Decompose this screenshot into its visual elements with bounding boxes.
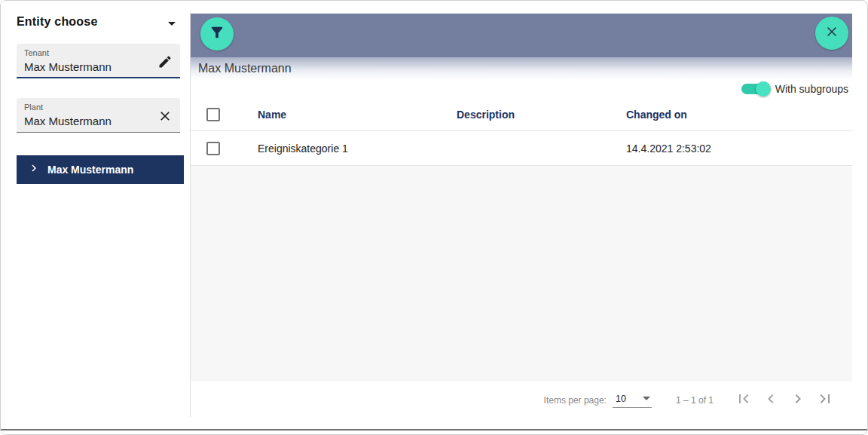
column-header-description[interactable]: Description xyxy=(457,109,626,121)
chevron-right-icon xyxy=(27,161,41,178)
column-header-changed-on[interactable]: Changed on xyxy=(626,109,852,121)
paginator: Items per page: 10 1 – 1 of 1 xyxy=(191,381,852,419)
window-bottom-edge xyxy=(1,429,867,430)
row-checkbox[interactable] xyxy=(206,142,220,155)
sidebar-title: Entity choose xyxy=(17,15,98,29)
table-empty-area xyxy=(191,166,852,381)
with-subgroups-label: With subgroups xyxy=(775,83,848,95)
table-row[interactable]: Ereigniskategorie 1 14.4.2021 2:53:02 xyxy=(191,131,852,166)
previous-page-icon xyxy=(762,390,780,411)
items-per-page-value: 10 xyxy=(616,394,626,404)
items-per-page-label: Items per page: xyxy=(544,395,607,406)
with-subgroups-toggle[interactable] xyxy=(741,84,769,94)
tree-item-label: Max Mustermann xyxy=(47,164,133,176)
next-page-icon xyxy=(789,390,807,411)
select-all-cell xyxy=(191,108,258,121)
page-range-label: 1 – 1 of 1 xyxy=(676,395,714,406)
appbar xyxy=(191,14,852,57)
first-page-button[interactable] xyxy=(730,387,757,414)
first-page-icon xyxy=(735,390,753,411)
title-strip: Max Mustermann xyxy=(191,57,852,80)
row-name-cell: Ereigniskategorie 1 xyxy=(258,142,457,155)
close-button[interactable] xyxy=(815,17,848,50)
edit-pencil-icon[interactable] xyxy=(156,53,174,71)
main-panel: Max Mustermann With subgroups Name Descr… xyxy=(191,14,852,419)
plant-field[interactable]: Plant Max Mustermann xyxy=(17,98,180,133)
close-x-icon xyxy=(824,24,839,42)
collapse-caret-icon[interactable] xyxy=(168,22,176,26)
items-per-page-select[interactable]: 10 xyxy=(613,394,652,408)
filter-funnel-icon xyxy=(209,24,225,44)
sidebar-tree-item-selected[interactable]: Max Mustermann xyxy=(17,155,184,184)
row-checkbox-cell xyxy=(191,142,258,155)
table-header-row: Name Description Changed on xyxy=(191,98,852,131)
select-caret-icon xyxy=(643,397,650,400)
pagination-nav xyxy=(730,387,839,414)
app-window: Entity choose Tenant Max Mustermann Plan… xyxy=(0,0,868,435)
next-page-button[interactable] xyxy=(784,387,811,414)
last-page-icon xyxy=(816,390,834,411)
row-changed-on-cell: 14.4.2021 2:53:02 xyxy=(626,142,852,155)
plant-field-value: Max Mustermann xyxy=(24,114,173,129)
panel-title: Max Mustermann xyxy=(198,62,292,75)
clear-x-icon[interactable] xyxy=(156,107,174,125)
tenant-field-value: Max Mustermann xyxy=(24,60,173,75)
filter-button[interactable] xyxy=(200,17,234,51)
subgroups-toggle-row: With subgroups xyxy=(191,80,852,98)
column-header-name[interactable]: Name xyxy=(258,109,457,121)
select-all-checkbox[interactable] xyxy=(206,108,220,121)
previous-page-button[interactable] xyxy=(757,387,784,414)
last-page-button[interactable] xyxy=(811,387,839,414)
toggle-thumb xyxy=(756,81,771,96)
entity-sidebar: Entity choose Tenant Max Mustermann Plan… xyxy=(1,1,190,434)
tenant-field[interactable]: Tenant Max Mustermann xyxy=(17,44,180,78)
tenant-field-label: Tenant xyxy=(24,48,173,58)
plant-field-label: Plant xyxy=(24,103,173,112)
